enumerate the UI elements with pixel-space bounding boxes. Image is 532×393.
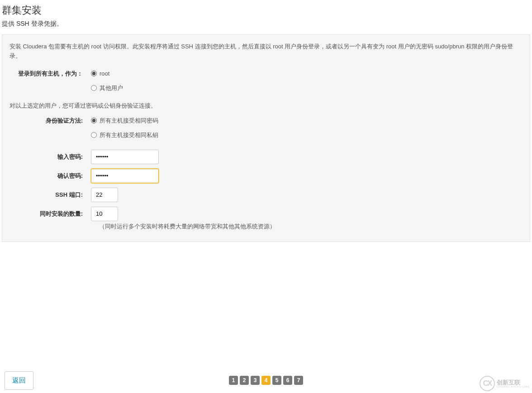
page-title: 群集安装	[2, 4, 532, 17]
enter-password-label: 输入密码:	[10, 153, 91, 161]
footer-bar: 返回 1234567 CX 创新互联 CHUANG XIN HU LIAN	[0, 368, 532, 393]
page-step-3[interactable]: 3	[251, 376, 260, 385]
auth-method-key-radio[interactable]	[91, 132, 97, 138]
page-step-7[interactable]: 7	[294, 376, 303, 385]
watermark-name: 创新互联	[497, 379, 529, 385]
ssh-port-input[interactable]	[91, 188, 118, 202]
concurrent-input[interactable]	[91, 207, 118, 221]
confirm-password-label: 确认密码:	[10, 172, 91, 180]
login-as-other-radio[interactable]	[91, 85, 97, 91]
page-step-4[interactable]: 4	[261, 376, 271, 385]
auth-method-key-option[interactable]: 所有主机接受相同私钥	[91, 131, 522, 139]
auth-method-label: 身份验证方法:	[10, 117, 91, 125]
page-subtitle: 提供 SSH 登录凭据。	[2, 20, 532, 28]
login-as-root-radio[interactable]	[91, 71, 97, 76]
page-step-6[interactable]: 6	[283, 376, 292, 385]
login-as-label: 登录到所有主机，作为：	[10, 70, 91, 78]
credentials-panel: 安装 Cloudera 包需要有主机的 root 访问权限。此安装程序将通过 S…	[2, 34, 530, 242]
auth-method-password-radio[interactable]	[91, 118, 97, 123]
concurrent-label: 同时安装的数量:	[10, 210, 91, 218]
concurrent-hint: （同时运行多个安装时将耗费大量的网络带宽和其他其他系统资源）	[10, 223, 522, 231]
login-as-root-text: root	[100, 70, 109, 77]
back-button[interactable]: 返回	[5, 371, 33, 390]
login-as-root-option[interactable]: root	[91, 70, 522, 77]
enter-password-input[interactable]	[91, 150, 159, 164]
confirm-password-input[interactable]	[91, 169, 159, 183]
page-step-1[interactable]: 1	[229, 376, 238, 385]
info-text: 安装 Cloudera 包需要有主机的 root 访问权限。此安装程序将通过 S…	[10, 42, 522, 61]
watermark-logo-icon: CX	[480, 376, 495, 391]
auth-method-key-text: 所有主机接受相同私钥	[100, 131, 158, 139]
auth-method-password-option[interactable]: 所有主机接受相同密码	[91, 117, 522, 125]
auth-intro-text: 对以上选定的用户，您可通过密码或公钥身份验证连接。	[10, 102, 522, 110]
auth-method-password-text: 所有主机接受相同密码	[100, 117, 158, 125]
ssh-port-label: SSH 端口:	[10, 191, 91, 199]
step-pager: 1234567	[229, 376, 303, 385]
page-step-2[interactable]: 2	[240, 376, 249, 385]
login-as-other-text: 其他用户	[100, 84, 123, 92]
watermark: CX 创新互联 CHUANG XIN HU LIAN	[480, 376, 529, 391]
watermark-sub: CHUANG XIN HU LIAN	[497, 385, 529, 388]
login-as-other-option[interactable]: 其他用户	[91, 84, 522, 92]
page-step-5[interactable]: 5	[272, 376, 281, 385]
